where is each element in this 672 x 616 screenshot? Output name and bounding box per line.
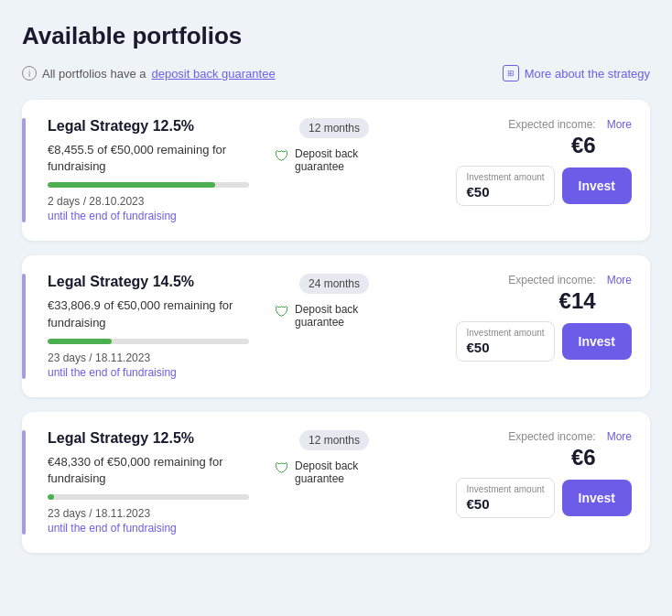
month-badge: 24 months (299, 274, 369, 294)
month-badge: 12 months (299, 430, 369, 450)
deposit-guarantee: 🛡 Deposit back guarantee (275, 459, 394, 485)
expected-label: Expected income: (508, 118, 595, 131)
card-date-sub: until the end of fundraising (48, 210, 275, 222)
card-title: Legal Strategy 12.5% (48, 430, 275, 447)
card-remaining: €33,806.9 of €50,000 remaining for fundr… (48, 297, 275, 330)
card-title: Legal Strategy 12.5% (48, 118, 275, 135)
page-title: Available portfolios (22, 22, 650, 50)
more-link[interactable]: More (607, 430, 632, 443)
guarantee-text: All portfolios have a (42, 67, 146, 81)
progress-bar-fill (48, 494, 54, 500)
card-accent-border (22, 118, 26, 222)
progress-bar-bg (48, 339, 249, 344)
expected-label: Expected income: (508, 274, 595, 286)
more-link[interactable]: More (607, 274, 632, 286)
month-badge: 12 months (299, 118, 369, 138)
card-mid-section: 12 months 🛡 Deposit back guarantee (275, 118, 394, 173)
portfolio-card-1: Legal Strategy 12.5% €8,455.5 of €50,000… (22, 100, 650, 241)
right-top: Expected income: €6 More (394, 430, 632, 470)
investment-amount-box: Investment amount €50 (456, 478, 554, 518)
card-date: 23 days / 18.11.2023 (48, 507, 275, 520)
investment-label: Investment amount (466, 328, 544, 338)
expected-label: Expected income: (508, 430, 595, 443)
deposit-guarantee-text: Deposit back guarantee (295, 459, 394, 485)
right-top: Expected income: €14 More (394, 274, 632, 314)
deposit-guarantee: 🛡 Deposit back guarantee (275, 303, 394, 329)
card-accent-border (22, 430, 26, 535)
invest-button[interactable]: Invest (562, 323, 632, 360)
more-link[interactable]: More (607, 118, 632, 131)
portfolio-list: Legal Strategy 12.5% €8,455.5 of €50,000… (22, 100, 650, 553)
expected-income-section: Expected income: €14 (508, 274, 595, 314)
card-date-sub: until the end of fundraising (48, 522, 275, 535)
card-title: Legal Strategy 14.5% (48, 274, 275, 290)
guarantee-left: i All portfolios have a deposit back gua… (22, 66, 276, 81)
strategy-link[interactable]: ⊞ More about the strategy (503, 65, 650, 81)
invest-box: Investment amount €50 Invest (456, 478, 632, 518)
shield-icon: 🛡 (275, 304, 289, 320)
investment-label: Investment amount (466, 172, 544, 182)
expected-value: €6 (508, 445, 595, 470)
investment-label: Investment amount (466, 484, 544, 494)
card-left-section: Legal Strategy 14.5% €33,806.9 of €50,00… (48, 274, 275, 378)
expected-income-section: Expected income: €6 (508, 430, 595, 470)
deposit-guarantee-text: Deposit back guarantee (295, 303, 394, 329)
expected-value: €14 (508, 288, 595, 314)
strategy-icon: ⊞ (503, 65, 519, 81)
card-date: 23 days / 18.11.2023 (48, 351, 275, 364)
deposit-guarantee-text: Deposit back guarantee (295, 147, 394, 173)
card-accent-border (22, 274, 26, 378)
deposit-guarantee: 🛡 Deposit back guarantee (275, 147, 394, 173)
card-date: 2 days / 28.10.2023 (48, 195, 275, 208)
expected-income-section: Expected income: €6 (508, 118, 595, 158)
right-top: Expected income: €6 More (394, 118, 632, 158)
expected-value: €6 (508, 133, 595, 158)
progress-bar-bg (48, 182, 249, 188)
portfolio-card-2: Legal Strategy 14.5% €33,806.9 of €50,00… (22, 255, 650, 396)
card-right-panel: Expected income: €14 More Investment amo… (394, 274, 632, 362)
card-right-panel: Expected income: €6 More Investment amou… (394, 118, 632, 206)
card-mid-section: 24 months 🛡 Deposit back guarantee (275, 274, 394, 329)
progress-bar-fill (48, 182, 215, 188)
investment-amount-box: Investment amount €50 (456, 166, 554, 206)
guarantee-link[interactable]: deposit back guarantee (151, 67, 275, 81)
card-left-section: Legal Strategy 12.5% €48,330 of €50,000 … (48, 430, 275, 535)
card-remaining: €8,455.5 of €50,000 remaining for fundra… (48, 142, 275, 175)
card-mid-section: 12 months 🛡 Deposit back guarantee (275, 430, 394, 485)
investment-value: €50 (466, 496, 544, 512)
card-left-section: Legal Strategy 12.5% €8,455.5 of €50,000… (48, 118, 275, 222)
investment-amount-box: Investment amount €50 (456, 321, 554, 362)
card-right-panel: Expected income: €6 More Investment amou… (394, 430, 632, 518)
invest-button[interactable]: Invest (562, 480, 632, 516)
progress-bar-bg (48, 494, 249, 500)
card-remaining: €48,330 of €50,000 remaining for fundrai… (48, 454, 275, 487)
shield-icon: 🛡 (275, 148, 289, 165)
investment-value: €50 (466, 340, 544, 355)
shield-icon: 🛡 (275, 460, 289, 477)
card-date-sub: until the end of fundraising (48, 366, 275, 379)
progress-bar-fill (48, 339, 112, 344)
investment-value: €50 (466, 184, 544, 200)
portfolio-card-3: Legal Strategy 12.5% €48,330 of €50,000 … (22, 412, 650, 553)
invest-box: Investment amount €50 Invest (456, 166, 632, 206)
invest-button[interactable]: Invest (562, 168, 632, 204)
guarantee-bar: i All portfolios have a deposit back gua… (22, 65, 650, 81)
invest-box: Investment amount €50 Invest (456, 321, 632, 362)
info-icon: i (22, 66, 37, 81)
